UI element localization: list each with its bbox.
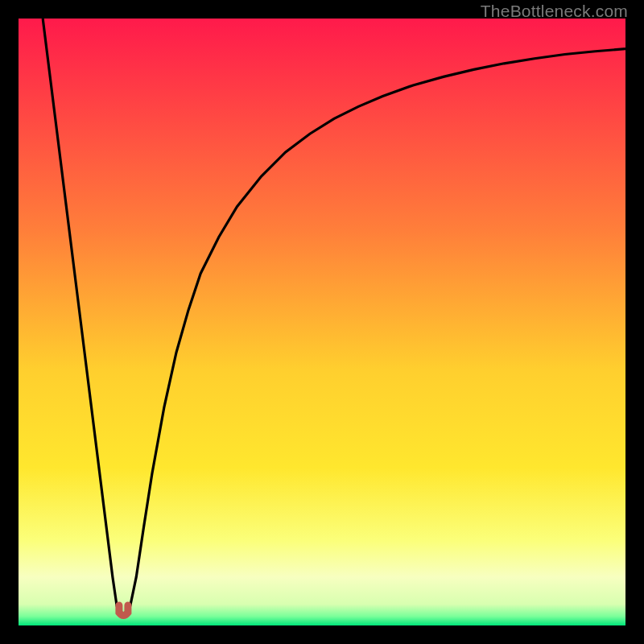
chart-frame: TheBottleneck.com [0, 0, 644, 644]
optimal-marker-icon [119, 605, 128, 616]
watermark-label: TheBottleneck.com [481, 2, 628, 21]
bottleneck-curve [19, 19, 625, 625]
plot-area [19, 19, 625, 625]
curve-path [43, 19, 625, 616]
